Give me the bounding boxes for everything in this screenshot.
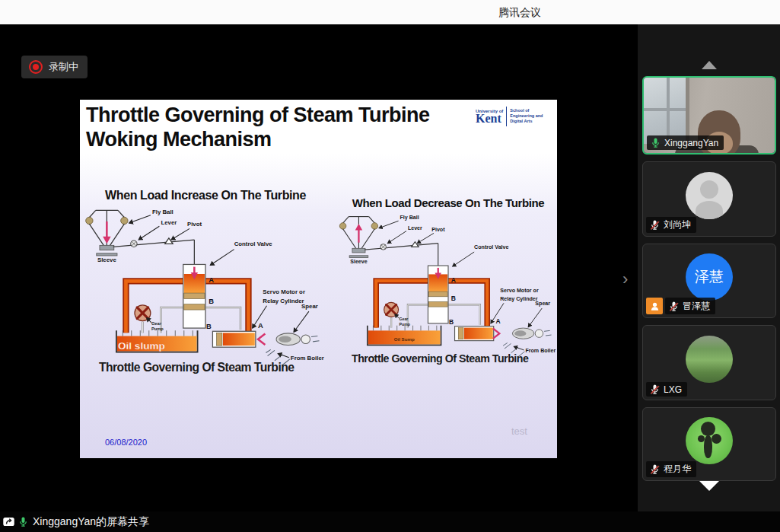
participant-name: 冒泽慧 <box>683 300 710 313</box>
svg-text:Throttle Governing Of Steam Tu: Throttle Governing Of Steam Turbine <box>352 352 529 365</box>
logo-kent: Kent <box>476 113 501 124</box>
window-in-video <box>644 78 689 144</box>
svg-text:Spear: Spear <box>301 303 318 310</box>
svg-text:Lever: Lever <box>161 219 177 226</box>
mic-on-icon <box>650 137 661 148</box>
sidebar-collapse-chevron[interactable]: › <box>622 271 628 288</box>
participant-tile[interactable]: 刘尚坤 <box>642 161 776 237</box>
svg-text:A: A <box>258 321 263 330</box>
svg-text:Oil Sump: Oil Sump <box>394 336 415 342</box>
mic-muted-icon <box>649 464 661 475</box>
scroll-down-arrow-icon[interactable] <box>699 481 719 491</box>
mic-muted-icon <box>668 301 680 312</box>
diagram-figure: Sleeve Fly Ball Lever Pivot Control Valv… <box>83 204 328 376</box>
svg-text:Oil slump: Oil slump <box>118 340 165 352</box>
slide-title-line1: Throttle Governing of Steam Turbine <box>86 103 430 127</box>
diagram-heading: When Load Decrease On The Turbine <box>337 196 557 209</box>
shared-slide: Throttle Governing of Steam Turbine Woki… <box>80 100 557 458</box>
svg-text:Pivot: Pivot <box>187 221 202 228</box>
participant-tile[interactable]: XinggangYan <box>642 76 776 155</box>
svg-text:Relay Cylinder: Relay Cylinder <box>500 296 538 302</box>
window-title-bar: 腾讯会议 <box>0 0 780 24</box>
diagram-figure: Sleeve Fly Ball Lever Pivot Control Valv… <box>337 211 557 367</box>
steam-turbine-diagram: Sleeve Fly Ball Lever Pivot Control Valv… <box>337 211 557 367</box>
recording-label: 录制中 <box>49 60 78 74</box>
svg-text:A: A <box>451 276 456 284</box>
record-icon <box>29 60 43 74</box>
svg-text:B: B <box>449 318 454 326</box>
svg-text:Servo Motor or: Servo Motor or <box>263 288 305 295</box>
slide-title-line2: Woking Mechanism <box>86 127 430 151</box>
svg-text:Control Valve: Control Valve <box>234 241 273 247</box>
logo-school-text: School of Engineering and Digital Arts <box>510 108 545 124</box>
mic-muted-icon <box>649 219 661 231</box>
svg-text:Fly Ball: Fly Ball <box>152 209 174 215</box>
svg-text:A: A <box>209 276 214 284</box>
diagram-heading: When Load Increase On The Turbine <box>83 189 328 202</box>
screen-share-stage: 录制中 Throttle Governing of Steam Turbine … <box>0 24 638 511</box>
mic-on-icon <box>18 516 29 527</box>
steam-turbine-diagram: Sleeve Fly Ball Lever Pivot Control Valv… <box>83 204 328 376</box>
participant-name: 程月华 <box>664 463 691 476</box>
svg-text:B: B <box>451 295 456 302</box>
diagram-load-decrease: When Load Decrease On The Turbine Sleeve… <box>337 196 557 367</box>
slide-watermark: test <box>511 425 527 437</box>
svg-text:B: B <box>206 322 212 330</box>
svg-text:A: A <box>496 317 501 325</box>
participants-sidebar: XinggangYan 刘尚坤 泽慧 冒泽慧 LXG <box>638 24 780 511</box>
svg-text:Lever: Lever <box>408 225 422 231</box>
diagram-load-increase: When Load Increase On The Turbine Sleeve… <box>83 189 328 376</box>
svg-text:From Boiler: From Boiler <box>525 348 556 354</box>
svg-text:B: B <box>209 297 214 305</box>
participant-name: 刘尚坤 <box>664 218 691 231</box>
participant-tile[interactable]: 程月华 <box>642 407 776 481</box>
avatar: 泽慧 <box>686 253 733 301</box>
share-status-text: XinggangYan的屏幕共享 <box>33 515 149 529</box>
slide-date: 06/08/2020 <box>105 438 147 447</box>
scroll-up-arrow-icon[interactable] <box>702 61 717 69</box>
avatar <box>686 172 733 219</box>
svg-text:Sleeve: Sleeve <box>350 259 368 265</box>
mic-muted-icon <box>649 384 661 395</box>
svg-text:Gear: Gear <box>400 317 409 321</box>
svg-text:Spear: Spear <box>535 301 550 307</box>
participant-tile[interactable]: 泽慧 冒泽慧 <box>642 244 776 318</box>
avatar <box>686 417 733 464</box>
svg-text:Pivot: Pivot <box>431 227 445 233</box>
participant-list: XinggangYan 刘尚坤 泽慧 冒泽慧 LXG <box>642 76 776 481</box>
participant-tile[interactable]: LXG <box>642 325 776 400</box>
svg-text:Servo Motor or: Servo Motor or <box>500 288 539 294</box>
share-status-bar: XinggangYan的屏幕共享 <box>0 511 780 532</box>
svg-text:Throttle Governing Of Steam Tu: Throttle Governing Of Steam Turbine <box>99 361 294 374</box>
screen-share-icon <box>2 515 15 528</box>
svg-text:Fly Ball: Fly Ball <box>400 215 419 221</box>
recording-indicator[interactable]: 录制中 <box>21 56 88 78</box>
slide-title: Throttle Governing of Steam Turbine Woki… <box>86 103 430 151</box>
svg-text:Control Valve: Control Valve <box>474 244 508 250</box>
svg-text:From Boiler: From Boiler <box>291 355 324 362</box>
member-badge-icon <box>646 298 663 314</box>
participant-name: XinggangYan <box>664 138 718 148</box>
window-title: 腾讯会议 <box>498 6 541 20</box>
svg-text:Relay Cylinder: Relay Cylinder <box>263 298 304 304</box>
svg-text:Gear: Gear <box>151 321 162 326</box>
university-of-kent-logo: University of Kent School of Engineering… <box>474 103 555 129</box>
participant-name: LXG <box>664 384 682 395</box>
avatar <box>686 336 733 383</box>
svg-text:Sleeve: Sleeve <box>97 256 116 263</box>
